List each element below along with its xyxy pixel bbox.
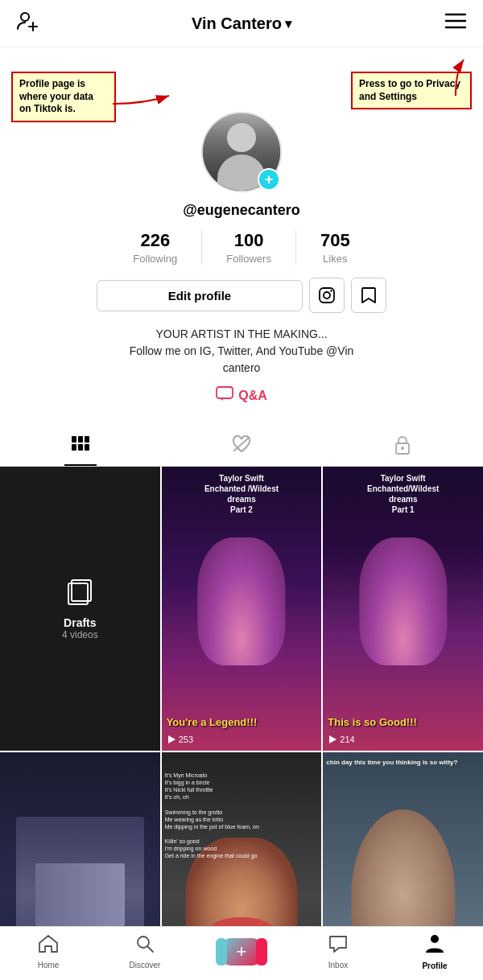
add-user-button[interactable] bbox=[16, 10, 39, 37]
tab-liked[interactable] bbox=[161, 426, 322, 466]
bio-line3: cantero bbox=[130, 360, 354, 377]
nav-discover[interactable]: Discover bbox=[121, 934, 169, 970]
username: @eugenecantero bbox=[183, 202, 300, 219]
likes-count: 705 bbox=[320, 230, 350, 251]
svg-rect-15 bbox=[72, 444, 76, 451]
video-cell-ts2[interactable]: Taylor Swift Enchanted /Wildest dreams P… bbox=[162, 467, 322, 751]
video-overlay-ts2: You're a Legend!!! bbox=[167, 716, 317, 728]
home-icon bbox=[38, 934, 59, 958]
chat-icon bbox=[328, 934, 348, 958]
nav-home[interactable]: Home bbox=[24, 934, 72, 970]
drafts-cell[interactable]: Drafts 4 videos bbox=[0, 467, 160, 751]
video-play-count-ts2: 253 bbox=[167, 735, 193, 744]
bio-line2: Follow me on IG, Twitter, And YouTube @V… bbox=[130, 343, 354, 360]
grid-icon bbox=[71, 435, 90, 456]
following-label: Following bbox=[133, 253, 177, 265]
drafts-label: Drafts bbox=[64, 616, 96, 629]
avatar-add-button[interactable]: + bbox=[258, 168, 280, 191]
avatar-container: + bbox=[201, 112, 282, 192]
svg-point-10 bbox=[330, 290, 332, 291]
video-grid: Drafts 4 videos Taylor Swift Enchanted /… bbox=[0, 467, 483, 980]
tabs-row bbox=[0, 426, 483, 467]
left-annotation-box: Profile page is where your data on Tikto… bbox=[11, 72, 116, 122]
svg-marker-23 bbox=[168, 735, 175, 743]
svg-marker-24 bbox=[329, 735, 336, 743]
qa-section[interactable]: Q&A bbox=[216, 386, 267, 405]
svg-rect-16 bbox=[78, 444, 83, 451]
svg-rect-17 bbox=[85, 444, 89, 451]
svg-line-27 bbox=[147, 946, 153, 952]
nav-discover-label: Discover bbox=[130, 961, 161, 970]
video-overlay-ts1: This is so Good!!! bbox=[328, 716, 478, 728]
bottom-nav: Home Discover + Inbox Profile bbox=[0, 926, 483, 980]
stats-row: 226 Following 100 Followers 705 Likes bbox=[16, 230, 467, 265]
instagram-button[interactable] bbox=[309, 278, 345, 313]
tab-videos[interactable] bbox=[0, 426, 161, 466]
svg-point-28 bbox=[431, 935, 439, 943]
following-count: 226 bbox=[140, 230, 170, 251]
svg-rect-14 bbox=[85, 436, 89, 443]
nav-create[interactable]: + bbox=[217, 938, 266, 966]
lock-icon bbox=[394, 435, 411, 459]
bookmark-button[interactable] bbox=[351, 278, 386, 313]
nav-inbox-label: Inbox bbox=[328, 961, 348, 970]
svg-rect-12 bbox=[72, 436, 76, 443]
tab-private[interactable] bbox=[322, 426, 483, 466]
svg-point-20 bbox=[401, 447, 404, 450]
profile-name[interactable]: Vin Cantero ▾ bbox=[192, 14, 291, 33]
following-stat[interactable]: 226 Following bbox=[109, 230, 202, 265]
svg-rect-11 bbox=[217, 387, 233, 398]
video-title-ts2: Taylor Swift Enchanted /Wildest dreams P… bbox=[162, 473, 322, 515]
qa-label: Q&A bbox=[238, 389, 267, 403]
header: Vin Cantero ▾ bbox=[0, 0, 483, 47]
followers-count: 100 bbox=[234, 230, 264, 251]
search-icon bbox=[135, 934, 155, 958]
heart-icon bbox=[232, 435, 251, 458]
person-icon bbox=[425, 933, 444, 959]
svg-rect-13 bbox=[78, 436, 83, 443]
right-annotation-box: Press to go to Privacy and Settings bbox=[351, 72, 472, 109]
drafts-count: 4 videos bbox=[62, 629, 98, 640]
bio-line1: YOUR ARTIST IN THE MAKING... bbox=[130, 326, 354, 343]
video-play-count-ts1: 214 bbox=[328, 735, 354, 744]
menu-button[interactable] bbox=[444, 12, 467, 35]
likes-stat[interactable]: 705 Likes bbox=[296, 230, 374, 265]
svg-point-0 bbox=[21, 13, 29, 21]
followers-stat[interactable]: 100 Followers bbox=[202, 230, 296, 265]
action-buttons: Edit profile bbox=[97, 278, 386, 313]
nav-inbox[interactable]: Inbox bbox=[314, 934, 362, 970]
video-title-ts1: Taylor Swift Enchanted/Wildest dreams Pa… bbox=[323, 473, 483, 515]
svg-point-9 bbox=[324, 292, 330, 299]
followers-label: Followers bbox=[226, 253, 271, 265]
drafts-icon bbox=[65, 577, 94, 611]
video-caption-lyrics: It's Myn Microato It's bigg in a bircle … bbox=[165, 772, 319, 859]
qa-icon bbox=[216, 386, 233, 405]
nav-profile[interactable]: Profile bbox=[411, 933, 459, 970]
video-caption-face: chin day this time you thinking is so wi… bbox=[326, 759, 480, 767]
bio-section: YOUR ARTIST IN THE MAKING... Follow me o… bbox=[97, 326, 386, 377]
likes-label: Likes bbox=[323, 253, 347, 265]
nav-home-label: Home bbox=[38, 961, 60, 970]
create-button[interactable]: + bbox=[222, 938, 261, 966]
edit-profile-button[interactable]: Edit profile bbox=[97, 280, 303, 311]
video-cell-ts1[interactable]: Taylor Swift Enchanted/Wildest dreams Pa… bbox=[323, 467, 483, 751]
nav-profile-label: Profile bbox=[422, 961, 447, 970]
